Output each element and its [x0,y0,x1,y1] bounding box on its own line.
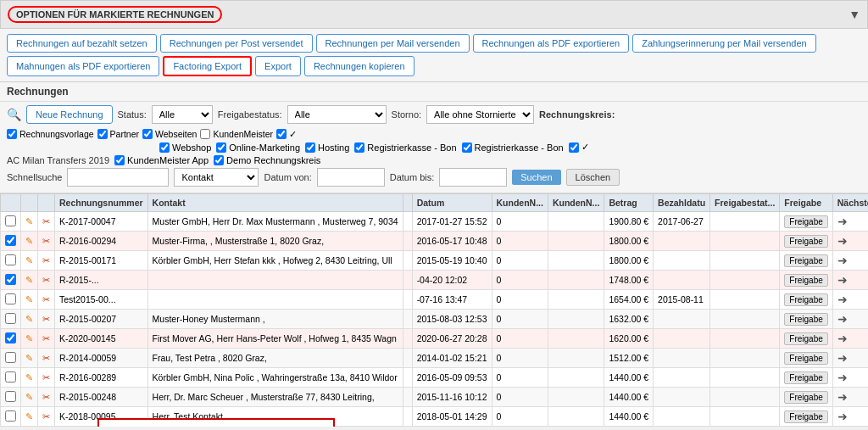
row-naechste[interactable]: ➜ [832,368,868,388]
freigabe-badge[interactable]: Freigabe [784,313,827,326]
row-icon2[interactable]: ✂ [38,407,55,427]
row-edit[interactable]: ✎ [21,212,38,232]
cb-checkbox-extra[interactable]: ✓ [276,129,297,139]
row-freigabe-cell[interactable]: Freigabe [780,290,832,310]
freigabe-badge[interactable]: Freigabe [784,215,827,228]
kontakt-select[interactable]: Kontakt [174,168,259,187]
cb-demo-rechnungskreis[interactable]: Demo Rechnungskreis [214,155,320,165]
row-freigabe-cell[interactable]: Freigabe [780,232,832,251]
row-freigabe-cell[interactable]: Freigabe [780,407,832,427]
action-btn-row1-2[interactable]: Rechnungen per Mail versenden [316,34,470,53]
row-icon2[interactable]: ✂ [38,251,55,271]
action-btn-row2-3[interactable]: Rechnungen kopieren [304,56,415,76]
row-icon2[interactable]: ✂ [38,212,55,232]
row-edit[interactable]: ✎ [21,407,38,427]
row-freigabe-cell[interactable]: Freigabe [780,212,832,232]
clear-button[interactable]: Löschen [566,169,620,186]
top-bar-arrow[interactable]: ▼ [849,8,860,21]
row-icon2[interactable]: ✂ [38,310,55,329]
row-checkbox[interactable] [1,232,21,251]
row-freigabe-cell[interactable]: Freigabe [780,271,832,290]
freigabe-badge[interactable]: Freigabe [784,274,827,287]
row-naechste[interactable]: ➜ [832,251,868,271]
cb-hosting[interactable]: Hosting [305,142,349,153]
row-checkbox[interactable] [1,368,21,388]
cb-rechnungsvorlage[interactable]: Rechnungsvorlage [7,129,94,139]
row-naechste[interactable]: ➜ [832,290,868,310]
action-btn-row1-1[interactable]: Rechnungen per Post versendet [160,34,313,53]
row-freigabestatus [710,251,780,271]
row-edit[interactable]: ✎ [21,251,38,271]
action-btn-row1-4[interactable]: Zahlungserinnerung per Mail versenden [632,34,815,53]
row-edit[interactable]: ✎ [21,349,38,368]
row-icon2[interactable]: ✂ [38,349,55,368]
row-naechste[interactable]: ➜ [832,388,868,407]
row-icon2[interactable]: ✂ [38,290,55,310]
schnellsuche-input[interactable] [67,168,169,187]
cb-partner[interactable]: Partner [97,129,139,139]
row-checkbox[interactable] [1,329,21,349]
cb-online-marketing[interactable]: Online-Marketing [216,142,300,153]
freigabe-badge[interactable]: Freigabe [784,410,827,423]
action-btn-row1-3[interactable]: Rechnungen als PDF exportieren [473,34,630,53]
cb-webshop[interactable]: Webshop [159,142,211,153]
freigabe-badge[interactable]: Freigabe [784,352,827,365]
row-edit[interactable]: ✎ [21,232,38,251]
datum-von-input[interactable] [317,168,385,187]
row-icon2[interactable]: ✂ [38,368,55,388]
row-naechste[interactable]: ➜ [832,212,868,232]
row-edit[interactable]: ✎ [21,271,38,290]
row-naechste[interactable]: ➜ [832,310,868,329]
row-checkbox[interactable] [1,407,21,427]
row-icon2[interactable]: ✂ [38,388,55,407]
row-freigabe-cell[interactable]: Freigabe [780,329,832,349]
row-naechste[interactable]: ➜ [832,271,868,290]
new-rechnung-button[interactable]: Neue Rechnung [26,105,113,124]
row-checkbox[interactable] [1,290,21,310]
row-icon2[interactable]: ✂ [38,232,55,251]
cb-registrierkasse-bon2[interactable]: Registrierkasse - Bon [462,142,564,153]
cb-registrierkasse-bon1[interactable]: Registrierkasse - Bon [354,142,456,153]
row-naechste[interactable]: ➜ [832,407,868,427]
datum-bis-input[interactable] [439,168,507,187]
row-edit[interactable]: ✎ [21,290,38,310]
row-naechste[interactable]: ➜ [832,232,868,251]
cb-rk-extra[interactable]: ✓ [569,142,589,153]
row-checkbox[interactable] [1,310,21,329]
row-icon2[interactable]: ✂ [38,271,55,290]
row-edit[interactable]: ✎ [21,368,38,388]
action-btn-row2-1[interactable]: Factoring Export [163,56,252,76]
row-freigabe-cell[interactable]: Freigabe [780,310,832,329]
row-naechste[interactable]: ➜ [832,329,868,349]
row-checkbox[interactable] [1,349,21,368]
action-btn-row1-0[interactable]: Rechnungen auf bezahlt setzen [7,34,157,53]
row-edit[interactable]: ✎ [21,329,38,349]
action-btn-row2-0[interactable]: Mahnungen als PDF exportieren [7,56,159,76]
row-checkbox[interactable] [1,212,21,232]
row-edit[interactable]: ✎ [21,388,38,407]
row-checkbox[interactable] [1,251,21,271]
cb-kundenmeister[interactable]: KundenMeister [200,129,273,139]
search-button[interactable]: Suchen [512,170,560,185]
row-freigabe-cell[interactable]: Freigabe [780,388,832,407]
row-freigabe-cell[interactable]: Freigabe [780,349,832,368]
status-select[interactable]: AlleOffenBezahltStorniert [152,105,213,124]
freigabe-badge[interactable]: Freigabe [784,293,827,306]
action-btn-row2-2[interactable]: Export [255,56,301,76]
row-freigabe-cell[interactable]: Freigabe [780,251,832,271]
freigabe-badge[interactable]: Freigabe [784,332,827,345]
row-freigabe-cell[interactable]: Freigabe [780,368,832,388]
freigabe-badge[interactable]: Freigabe [784,391,827,404]
freigabe-badge[interactable]: Freigabe [784,371,827,384]
row-naechste[interactable]: ➜ [832,349,868,368]
row-checkbox[interactable] [1,271,21,290]
cb-webseiten[interactable]: Webseiten [142,129,197,139]
storno-select[interactable]: Alle ohne StornierteAlleNur Stornierte [426,105,534,124]
freigabe-select[interactable]: AlleFreigegebenNicht freigegeben [287,105,387,124]
row-checkbox[interactable] [1,388,21,407]
freigabe-badge[interactable]: Freigabe [784,235,827,248]
row-edit[interactable]: ✎ [21,310,38,329]
cb-kundenmeister-app[interactable]: KundenMeister App [114,155,209,165]
freigabe-badge[interactable]: Freigabe [784,254,827,267]
row-icon2[interactable]: ✂ [38,329,55,349]
